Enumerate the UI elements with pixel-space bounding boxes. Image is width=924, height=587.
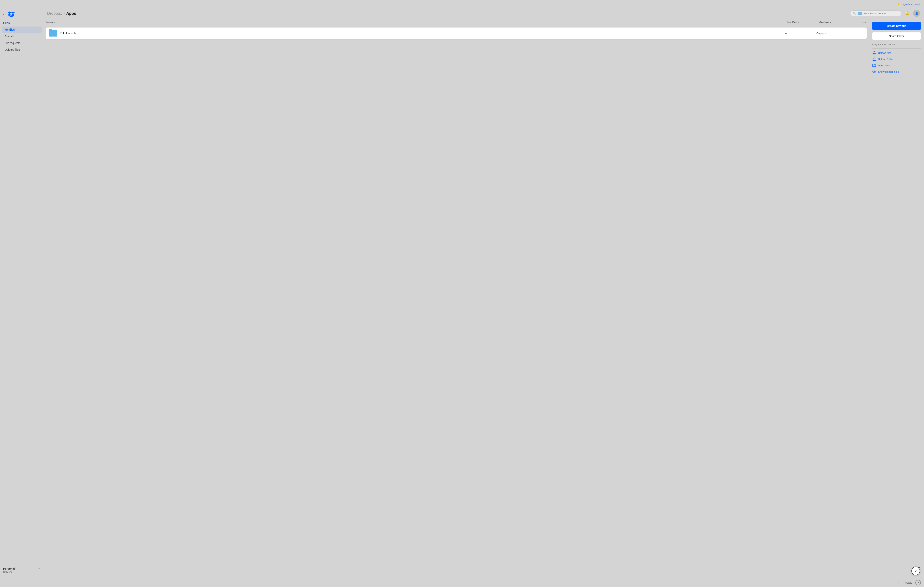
svg-rect-1 [873,54,876,55]
search-bar[interactable]: 🔍 Search your content [850,10,901,16]
top-bar: ★ Upgrade account [0,0,924,7]
plugin-icon: ✦ [52,31,54,35]
upload-folder-icon [872,57,876,61]
notifications-button[interactable]: 🔔 [904,10,911,17]
file-table-header: Name ↑ Modified ▾ Members ▾ ≡ ▾ [43,19,869,26]
sidebar: ‹ Files My files Shared File requests [0,7,43,578]
name-sort-icon: ↑ [54,21,55,23]
show-deleted-icon [872,70,876,74]
show-deleted-label: Show deleted files [878,70,899,73]
dropbox-logo [8,11,15,17]
notification-dot [918,566,920,569]
file-name: Rakuten Kobo [60,31,785,35]
help-icon: ? [917,581,919,584]
sidebar-item-file-requests[interactable]: File requests [2,40,41,46]
new-folder-label: New folder [878,64,890,67]
svg-point-5 [874,71,875,72]
breadcrumb-arrow: › [64,12,65,15]
col-name-header[interactable]: Name ↑ [46,21,787,24]
file-modified: -- [785,32,817,35]
star-icon: ★ [897,3,900,6]
personal-label: Personal [3,567,15,570]
content-header: Dropbox › Apps 🔍 Search your content 🔔 👤 [43,7,924,19]
col-members-header[interactable]: Members ▾ [819,21,850,24]
file-row-actions: ··· [848,31,863,36]
modified-sort-icon: ▾ [798,21,799,23]
folder-icon-blue: ✦ [49,30,57,36]
show-deleted-files-link[interactable]: Show deleted files [872,70,921,74]
upload-files-link[interactable]: Upload files [872,51,921,55]
upload-files-icon [872,51,876,55]
sidebar-bottom: Personal Only you ⌃⌄ [0,565,43,576]
bottom-bar: ··· Privacy ? [0,578,924,587]
personal-sub: Only you [3,571,15,574]
personal-account-info: Personal Only you [3,567,15,574]
new-folder-link[interactable]: New folder [872,63,921,68]
search-folder-icon [858,12,862,15]
content-area: Dropbox › Apps 🔍 Search your content 🔔 👤 [43,7,924,578]
access-info: Only you have access [872,43,921,48]
col-actions-header[interactable]: ≡ ▾ [850,20,866,24]
upload-folder-label: Upload folder [878,58,893,61]
file-more-button[interactable]: ··· [858,31,863,36]
view-toggle-icon[interactable]: ≡ ▾ [861,20,866,24]
folder-icon-area: ✦ [49,30,57,37]
svg-rect-3 [873,60,876,61]
check-icon: ✓ [914,569,917,573]
sidebar-item-my-files[interactable]: My files [2,26,41,33]
avatar-button[interactable]: 👤 [913,10,920,17]
help-button[interactable]: ? [915,580,921,585]
svg-rect-2 [873,60,876,60]
privacy-link[interactable]: Privacy [904,581,912,584]
sidebar-item-deleted-files[interactable]: Deleted files [2,46,41,53]
search-placeholder-text: Search your content [863,12,886,15]
chevron-icon: ⌃⌄ [38,567,40,573]
file-members: Only you [817,32,848,35]
upgrade-account-link[interactable]: ★ Upgrade account [897,3,920,6]
search-icon: 🔍 [853,12,856,15]
sidebar-collapse-button[interactable]: ‹ [3,12,4,16]
action-links: Upload files Upload folder [872,51,921,74]
share-folder-button[interactable]: Share folder [872,32,921,40]
svg-rect-0 [873,53,876,54]
breadcrumb: Dropbox › Apps [47,11,76,16]
header-right: 🔍 Search your content 🔔 👤 [850,10,920,17]
right-panel: Create new file Share folder Only you ha… [869,19,924,578]
sidebar-nav: My files Shared File requests Deleted fi… [0,26,43,53]
main-layout: ‹ Files My files Shared File requests [0,7,924,578]
col-modified-header[interactable]: Modified ▾ [787,21,819,24]
upload-files-label: Upload files [878,51,891,55]
upload-folder-link[interactable]: Upload folder [872,57,921,61]
file-area: Name ↑ Modified ▾ Members ▾ ≡ ▾ [43,19,924,578]
file-list-container: Name ↑ Modified ▾ Members ▾ ≡ ▾ [43,19,869,578]
create-new-file-button[interactable]: Create new file [872,22,921,30]
sidebar-logo-area: ‹ [0,10,43,20]
bottom-more-button[interactable]: ··· [895,580,901,585]
floating-check-button[interactable]: ✓ [911,567,920,575]
sidebar-item-shared[interactable]: Shared [2,33,41,40]
upgrade-label: Upgrade account [901,3,920,6]
breadcrumb-current: Apps [66,11,76,16]
breadcrumb-root[interactable]: Dropbox [47,11,62,16]
new-folder-icon [872,63,876,68]
members-sort-icon: ▾ [830,21,831,23]
table-row[interactable]: ✦ Rakuten Kobo -- Only you ··· [46,28,867,39]
personal-account-area[interactable]: Personal Only you ⌃⌄ [3,567,40,574]
files-section-label: Files [0,20,43,26]
